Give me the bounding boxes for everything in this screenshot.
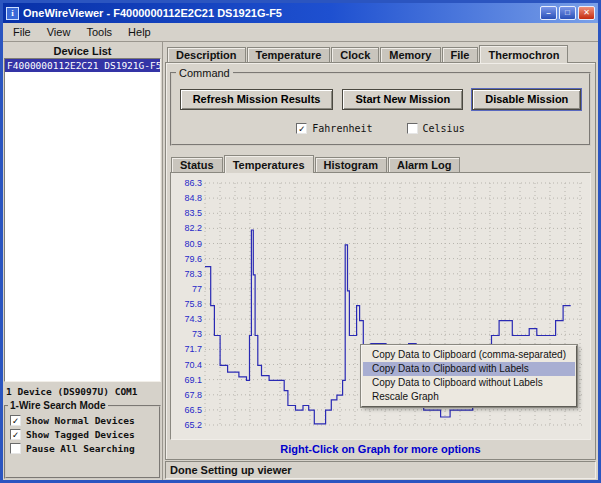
disable-mission-button[interactable]: Disable Mission xyxy=(472,89,581,110)
svg-text:70.4: 70.4 xyxy=(184,360,202,370)
svg-text:79.6: 79.6 xyxy=(184,254,202,264)
search-mode-options: ✓Show Normal Devices✓Show Tagged Devices… xyxy=(8,415,157,454)
context-menu-item-rescale-graph[interactable]: Rescale Graph xyxy=(363,390,575,404)
tab-memory[interactable]: Memory xyxy=(380,47,440,62)
checkbox-pause-all-searching[interactable]: Pause All Searching xyxy=(10,443,155,454)
svg-text:67.8: 67.8 xyxy=(184,390,202,400)
svg-text:74.3: 74.3 xyxy=(184,314,202,324)
menu-help[interactable]: Help xyxy=(120,24,159,40)
maximize-button[interactable]: □ xyxy=(559,6,576,20)
subtab-alarm-log[interactable]: Alarm Log xyxy=(388,157,460,172)
tab-thermochron[interactable]: Thermochron xyxy=(479,45,568,63)
tab-description[interactable]: Description xyxy=(167,47,246,62)
checkbox-label: Fahrenheit xyxy=(312,123,372,134)
window-title: OneWireViewer - F4000000112E2C21 DS1921G… xyxy=(23,7,536,19)
svg-text:78.3: 78.3 xyxy=(184,269,202,279)
svg-text:83.5: 83.5 xyxy=(184,208,202,218)
checkbox-icon: ✓ xyxy=(296,123,307,134)
checkbox-label: Show Tagged Devices xyxy=(26,429,135,440)
checkbox-label: Pause All Searching xyxy=(26,443,135,454)
checkbox-icon xyxy=(10,443,21,454)
checkbox-fahrenheit[interactable]: ✓Fahrenheit xyxy=(296,123,372,134)
window-controls: –□✕ xyxy=(540,6,595,20)
search-mode-panel: 1-Wire Search Mode ✓Show Normal Devices✓… xyxy=(4,400,161,479)
svg-text:73: 73 xyxy=(192,329,202,339)
context-menu-item-copy-data-to-clipboard-without-labels[interactable]: Copy Data to Clipboard without Labels xyxy=(363,376,575,390)
main-tabs: DescriptionTemperatureClockMemoryFileThe… xyxy=(165,44,596,62)
graph-caption: Right-Click on Graph for more options xyxy=(169,440,592,457)
tab-clock[interactable]: Clock xyxy=(331,47,379,62)
context-menu-item-copy-data-to-clipboard-comma-separated[interactable]: Copy Data to Clipboard (comma-separated) xyxy=(363,348,575,362)
menu-view[interactable]: View xyxy=(39,24,79,40)
subtab-status[interactable]: Status xyxy=(171,157,223,172)
device-list-header: Device List xyxy=(4,43,161,58)
svg-text:77: 77 xyxy=(192,284,202,294)
menu-tools[interactable]: Tools xyxy=(78,24,120,40)
app-icon: i xyxy=(6,7,19,20)
checkbox-show-tagged-devices[interactable]: ✓Show Tagged Devices xyxy=(10,429,155,440)
window-content: Device List F4000000112E2C21 DS1921G-F5 … xyxy=(3,42,598,480)
start-new-mission-button[interactable]: Start New Mission xyxy=(342,89,463,110)
app-window: i OneWireViewer - F4000000112E2C21 DS192… xyxy=(0,0,601,483)
svg-text:75.8: 75.8 xyxy=(184,299,202,309)
device-panel: Device List F4000000112E2C21 DS1921G-F5 … xyxy=(3,42,163,480)
search-mode-title: 1-Wire Search Mode xyxy=(8,400,108,411)
menubar: FileViewToolsHelp xyxy=(3,23,598,42)
svg-text:82.2: 82.2 xyxy=(184,223,202,233)
titlebar[interactable]: i OneWireViewer - F4000000112E2C21 DS192… xyxy=(3,3,598,23)
main-panel: DescriptionTemperatureClockMemoryFileThe… xyxy=(163,42,598,480)
device-list[interactable]: F4000000112E2C21 DS1921G-F5 xyxy=(4,58,161,382)
svg-text:86.3: 86.3 xyxy=(184,178,202,188)
checkbox-label: Show Normal Devices xyxy=(26,415,135,426)
checkbox-icon xyxy=(407,123,418,134)
checkbox-label: Celsius xyxy=(423,123,465,134)
svg-text:66.5: 66.5 xyxy=(184,405,202,415)
command-panel: Command Refresh Mission ResultsStart New… xyxy=(170,67,591,146)
command-panel-title: Command xyxy=(176,67,233,79)
device-list-item[interactable]: F4000000112E2C21 DS1921G-F5 xyxy=(5,59,160,72)
svg-text:80.9: 80.9 xyxy=(184,239,202,249)
unit-options: ✓FahrenheitCelsius xyxy=(176,123,585,134)
device-count-status: 1 Device (DS9097U) COM1 xyxy=(4,382,161,399)
refresh-mission-results-button[interactable]: Refresh Mission Results xyxy=(180,89,334,110)
sub-tabs: StatusTemperaturesHistogramAlarm Log xyxy=(169,154,592,172)
subtab-histogram[interactable]: Histogram xyxy=(315,157,387,172)
subtab-temperatures[interactable]: Temperatures xyxy=(224,155,314,173)
close-button[interactable]: ✕ xyxy=(578,6,595,20)
svg-text:84.8: 84.8 xyxy=(184,193,202,203)
tab-file[interactable]: File xyxy=(442,47,479,62)
svg-text:71.7: 71.7 xyxy=(184,344,202,354)
checkbox-celsius[interactable]: Celsius xyxy=(407,123,465,134)
context-menu: Copy Data to Clipboard (comma-separated)… xyxy=(361,345,577,407)
context-menu-item-copy-data-to-clipboard-with-labels[interactable]: Copy Data to Clipboard with Labels xyxy=(363,362,575,376)
statusbar: Done Setting up viewer xyxy=(165,461,596,479)
checkbox-show-normal-devices[interactable]: ✓Show Normal Devices xyxy=(10,415,155,426)
svg-text:65.2: 65.2 xyxy=(184,420,202,430)
menu-file[interactable]: File xyxy=(5,24,39,40)
minimize-button[interactable]: – xyxy=(540,6,557,20)
svg-text:69.1: 69.1 xyxy=(184,375,202,385)
checkbox-icon: ✓ xyxy=(10,415,21,426)
command-buttons: Refresh Mission ResultsStart New Mission… xyxy=(176,89,585,110)
checkbox-icon: ✓ xyxy=(10,429,21,440)
tab-temperature[interactable]: Temperature xyxy=(247,47,331,62)
